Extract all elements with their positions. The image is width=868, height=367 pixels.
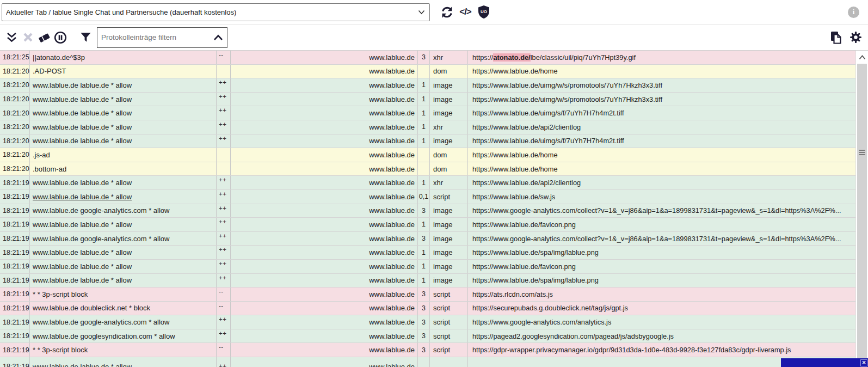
log-row[interactable]: 18:21:19www.lablue.de doubleclick.net * … (0, 302, 855, 316)
cell-filter: www.lablue.de lablue.de * allow (30, 274, 217, 288)
cell-url: https://www.lablue.de/uimg/s/f/7uYh7H7h4… (468, 106, 855, 120)
scrollbar[interactable] (855, 51, 868, 367)
cell-url: https://www.lablue.de/uimg/w/s/promotool… (468, 93, 855, 106)
scroll-grip-icon[interactable] (859, 150, 865, 155)
tab-selector-value: Aktueller Tab / lablue Single Chat und P… (6, 8, 418, 16)
cell-count: 1 (418, 274, 430, 288)
collapse-entries-button[interactable] (3, 29, 20, 46)
cell-time: 18:21:20 (0, 148, 30, 162)
cell-type: script (430, 329, 468, 343)
cell-domain: www.lablue.de (231, 120, 418, 134)
log-row[interactable]: 18:21:19www.lablue.de lablue.de * allow+… (0, 357, 855, 367)
log-table: 18:21:25||atonato.de^$3p--www.lablue.de3… (0, 51, 855, 367)
log-row[interactable]: 18:21:19www.lablue.de lablue.de * allow+… (0, 246, 855, 260)
cell-domain: www.lablue.de (231, 302, 418, 315)
cell-time: 18:21:20 (0, 106, 30, 120)
log-row[interactable]: 18:21:19www.lablue.de lablue.de * allow+… (0, 274, 855, 288)
cell-domain: www.lablue.de (231, 246, 418, 259)
refresh-button[interactable] (439, 4, 455, 20)
chevron-up-icon[interactable] (213, 34, 223, 41)
cell-type: image (430, 204, 468, 218)
tab-selector[interactable]: Aktueller Tab / lablue Single Chat und P… (2, 3, 430, 21)
cell-type: image (430, 134, 468, 148)
log-row[interactable]: 18:21:19www.lablue.de lablue.de * allow+… (0, 190, 855, 204)
log-row[interactable]: 18:21:20.js-adwww.lablue.dedomhttps://ww… (0, 148, 855, 162)
info-icon[interactable]: i (848, 7, 859, 18)
clear-log-button[interactable] (36, 29, 52, 46)
cell-time: 18:21:19 (0, 288, 30, 301)
cell-count: 3 (418, 288, 430, 301)
log-row[interactable]: 18:21:20www.lablue.de lablue.de * allow+… (0, 106, 855, 120)
clear-selected-button[interactable] (20, 29, 36, 46)
close-icon[interactable]: ✕ (860, 359, 867, 366)
log-row[interactable]: 18:21:20www.lablue.de lablue.de * allow+… (0, 134, 855, 149)
log-action-buttons (3, 29, 94, 46)
log-row[interactable]: 18:21:19www.lablue.de lablue.de * allow+… (0, 176, 855, 190)
cell-mark: ++ (217, 134, 231, 148)
scrollbar-up-button[interactable] (856, 51, 868, 64)
cell-type: xhr (430, 51, 468, 64)
cell-domain: www.lablue.de (231, 106, 418, 120)
cell-mark: -- (217, 302, 231, 315)
cell-count (418, 357, 430, 367)
cell-mark: ++ (217, 78, 231, 92)
log-row[interactable]: 18:21:20www.lablue.de lablue.de * allow+… (0, 93, 855, 107)
cell-count: 3 (418, 204, 430, 218)
log-row[interactable]: 18:21:20www.lablue.de lablue.de * allow+… (0, 78, 855, 93)
cell-type: script (430, 315, 468, 329)
log-row[interactable]: 18:21:19www.lablue.de googlesyndication.… (0, 329, 855, 344)
refresh-icon (440, 5, 454, 19)
cell-filter: www.lablue.de googlesyndication.com * al… (30, 329, 217, 343)
log-filter-input[interactable] (97, 33, 213, 41)
cell-count: 1 (418, 120, 430, 134)
cell-mark (217, 65, 231, 78)
cell-url: https://pagead2.googlesyndication.com/pa… (468, 329, 855, 343)
cell-domain: www.lablue.de (231, 204, 418, 218)
log-row[interactable]: 18:21:19www.lablue.de lablue.de * allow+… (0, 218, 855, 232)
cell-time: 18:21:19 (0, 246, 30, 259)
eraser-icon (37, 32, 51, 44)
cell-filter: www.lablue.de doubleclick.net * block (30, 302, 217, 315)
cell-time: 18:21:20 (0, 120, 30, 134)
log-row[interactable]: 18:21:20www.lablue.de lablue.de * allow+… (0, 120, 855, 134)
cell-type: script (430, 288, 468, 301)
cell-mark: ++ (217, 329, 231, 343)
cell-mark: ++ (217, 176, 231, 189)
log-row[interactable]: 18:21:19www.lablue.de google-analytics.c… (0, 232, 855, 246)
cell-filter: * * 3p-script block (30, 343, 217, 357)
cell-mark: ++ (217, 190, 231, 204)
log-row[interactable]: 18:21:20.AD-POSTwww.lablue.dedomhttps://… (0, 65, 855, 79)
settings-button[interactable] (847, 29, 864, 46)
cell-filter: ||atonato.de^$3p (30, 51, 217, 64)
cell-mark (217, 148, 231, 162)
cell-mark: ++ (217, 246, 231, 259)
cell-filter: www.lablue.de lablue.de * allow (30, 246, 217, 259)
code-button[interactable]: </> (457, 4, 473, 20)
log-row[interactable]: 18:21:19www.lablue.de lablue.de * allow+… (0, 260, 855, 274)
cell-time: 18:21:20 (0, 65, 30, 78)
cell-url: https://securepubads.g.doubleclick.net/t… (468, 302, 855, 315)
cell-filter: * * 3p-script block (30, 288, 217, 301)
copy-pages-icon (829, 30, 842, 45)
log-row[interactable]: 18:21:19www.lablue.de google-analytics.c… (0, 204, 855, 218)
ublock-origin-button[interactable]: UO (476, 4, 492, 20)
copy-button[interactable] (828, 29, 844, 46)
log-row[interactable]: 18:21:25||atonato.de^$3p--www.lablue.de3… (0, 51, 855, 65)
cell-mark: ++ (217, 232, 231, 246)
cell-domain: www.lablue.de (231, 51, 418, 64)
pause-logger-button[interactable] (52, 29, 69, 46)
log-row[interactable]: 18:21:19www.lablue.de google-analytics.c… (0, 315, 855, 329)
filter-button[interactable] (77, 29, 94, 46)
cell-url: https://www.lablue.de/spa/img/lablue.png (468, 274, 855, 288)
cell-type: script (430, 343, 468, 357)
log-row[interactable]: 18:21:19* * 3p-script block--www.lablue.… (0, 288, 855, 302)
cell-filter: www.lablue.de lablue.de * allow (30, 190, 217, 204)
cell-time: 18:21:19 (0, 329, 30, 343)
code-icon: </> (459, 7, 471, 17)
scrollbar-track[interactable] (857, 64, 867, 367)
cell-type: xhr (430, 176, 468, 189)
log-row[interactable]: 18:21:19* * 3p-script block--www.lablue.… (0, 343, 855, 357)
log-row[interactable]: 18:21:20.bottom-adwww.lablue.dedomhttps:… (0, 162, 855, 176)
cell-count: 3 (418, 51, 430, 64)
cell-time: 18:21:19 (0, 315, 30, 329)
